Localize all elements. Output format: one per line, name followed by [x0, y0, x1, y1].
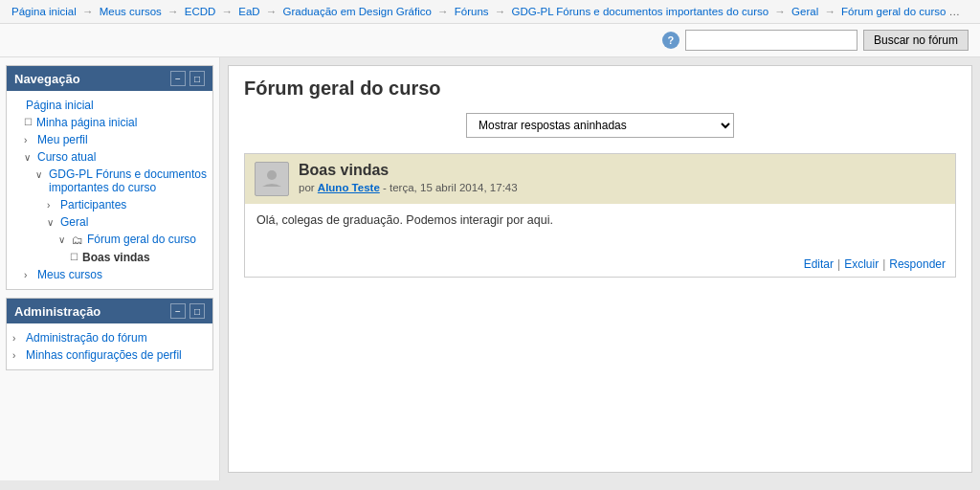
nav-link-meu-perfil[interactable]: Meu perfil [37, 133, 88, 146]
post-body: Olá, colegas de graduação. Podemos inter… [245, 204, 955, 252]
post-actions: Editar | Excluir | Responder [245, 252, 955, 277]
breadcrumb-item-geral[interactable]: Geral [791, 6, 818, 17]
breadcrumb-item-forum-geral[interactable]: Fórum geral do curso [841, 6, 946, 17]
nav-link-geral[interactable]: Geral [60, 215, 88, 229]
breadcrumb-item-gdgpl[interactable]: GDG-PL Fóruns e documentos importantes d… [511, 6, 768, 17]
post-meta-sep: - [383, 182, 390, 193]
breadcrumb-item-current: Boas vindas [969, 6, 980, 17]
nav-link-forum-geral[interactable]: Fórum geral do curso [87, 233, 196, 246]
content-area: Fórum geral do curso Mostrar respostas a… [228, 65, 972, 473]
main-layout: Navegação − □ Página inicial ☐ Minha pág… [0, 57, 980, 480]
display-mode-container: Mostrar respostas aninhadas Mostrar resp… [244, 113, 956, 138]
forum-post: Boas vindas por Aluno Teste - terça, 15 … [244, 153, 956, 278]
breadcrumb-item-foruns[interactable]: Fóruns [455, 6, 489, 17]
nav-link-minhas-config[interactable]: Minhas configurações de perfil [26, 348, 182, 362]
administration-block-content: › Administração do fórum › Minhas config… [7, 323, 212, 369]
nav-item-meu-perfil: › Meu perfil [24, 131, 207, 148]
nav-link-admin-forum[interactable]: Administração do fórum [26, 331, 147, 345]
nav-item-geral: ∨ Geral [47, 213, 207, 231]
nav-link-boas-vindas[interactable]: Boas vindas [82, 251, 150, 264]
post-header: Boas vindas por Aluno Teste - terça, 15 … [245, 154, 955, 204]
administration-block-title: Administração [14, 304, 100, 319]
help-icon[interactable]: ? [662, 32, 679, 49]
nav-item-gdgpl: ∨ GDG-PL Fóruns e documentos importantes… [35, 166, 207, 196]
navigation-block-header: Navegação − □ [7, 66, 212, 91]
breadcrumb-item-home[interactable]: Página inicial [11, 6, 77, 17]
nav-item-participantes: › Participantes [47, 196, 207, 213]
reply-link[interactable]: Responder [889, 257, 946, 271]
post-author[interactable]: Aluno Teste [318, 182, 380, 193]
avatar [255, 162, 289, 196]
page-title: Fórum geral do curso [244, 78, 956, 100]
nav-item-minha-pagina: ☐ Minha página inicial [24, 114, 207, 131]
nav-block-dock-btn[interactable]: □ [189, 71, 205, 86]
post-title: Boas vindas [299, 162, 946, 179]
breadcrumb-item-meus-cursos[interactable]: Meus cursos [100, 6, 162, 17]
breadcrumb-item-ecdd[interactable]: ECDD [185, 6, 216, 17]
edit-link[interactable]: Editar [804, 257, 834, 271]
nav-link-meus-cursos[interactable]: Meus cursos [37, 268, 102, 281]
post-meta-prefix: por [299, 182, 315, 193]
doc-icon-minha: ☐ [24, 117, 33, 127]
nav-item-meus-cursos: › Meus cursos [24, 266, 207, 283]
nav-item-forum-geral: ∨ 🗂 Fórum geral do curso [58, 231, 207, 249]
search-input[interactable] [685, 30, 858, 51]
nav-item-boas-vindas: ☐ Boas vindas [70, 249, 207, 266]
nav-link-participantes[interactable]: Participantes [60, 198, 126, 212]
nav-link-minha-pagina[interactable]: Minha página inicial [36, 116, 137, 129]
nav-item-curso-atual: ∨ Curso atual [24, 148, 207, 166]
nav-item-pagina-inicial: Página inicial [12, 97, 207, 114]
nav-link-gdgpl[interactable]: GDG-PL Fóruns e documentos importantes d… [49, 167, 207, 194]
nav-item-admin-forum: › Administração do fórum [12, 329, 207, 346]
display-mode-select[interactable]: Mostrar respostas aninhadas Mostrar resp… [466, 113, 734, 138]
post-title-area: Boas vindas por Aluno Teste - terça, 15 … [299, 162, 946, 193]
navigation-block-content: Página inicial ☐ Minha página inicial › … [7, 91, 212, 289]
nav-link-pagina-inicial[interactable]: Página inicial [26, 99, 94, 112]
breadcrumb: Página inicial → Meus cursos → ECDD → Ea… [0, 0, 980, 24]
search-button[interactable]: Buscar no fórum [863, 30, 969, 51]
breadcrumb-item-graduacao[interactable]: Graduação em Design Gráfico [283, 6, 432, 17]
sidebar: Navegação − □ Página inicial ☐ Minha pág… [0, 57, 220, 480]
administration-block: Administração − □ › Administração do fór… [6, 298, 213, 370]
admin-block-minimize-btn[interactable]: − [170, 303, 186, 319]
delete-link[interactable]: Excluir [844, 257, 879, 271]
svg-point-0 [267, 170, 277, 180]
admin-block-dock-btn[interactable]: □ [189, 303, 205, 319]
doc-icon-boas-vindas: ☐ [70, 252, 78, 262]
breadcrumb-item-ead[interactable]: EaD [238, 6, 259, 17]
nav-item-minhas-config: › Minhas configurações de perfil [12, 346, 207, 364]
nav-block-minimize-btn[interactable]: − [170, 71, 186, 86]
navigation-block-title: Navegação [14, 72, 80, 86]
forum-icon: 🗂 [72, 234, 83, 247]
nav-link-curso-atual[interactable]: Curso atual [37, 150, 96, 164]
administration-block-header: Administração − □ [7, 299, 212, 323]
post-date: terça, 15 abril 2014, 17:43 [390, 182, 518, 193]
topbar: ? Buscar no fórum [0, 24, 980, 57]
navigation-block: Navegação − □ Página inicial ☐ Minha pág… [6, 65, 213, 290]
post-meta: por Aluno Teste - terça, 15 abril 2014, … [299, 182, 946, 193]
